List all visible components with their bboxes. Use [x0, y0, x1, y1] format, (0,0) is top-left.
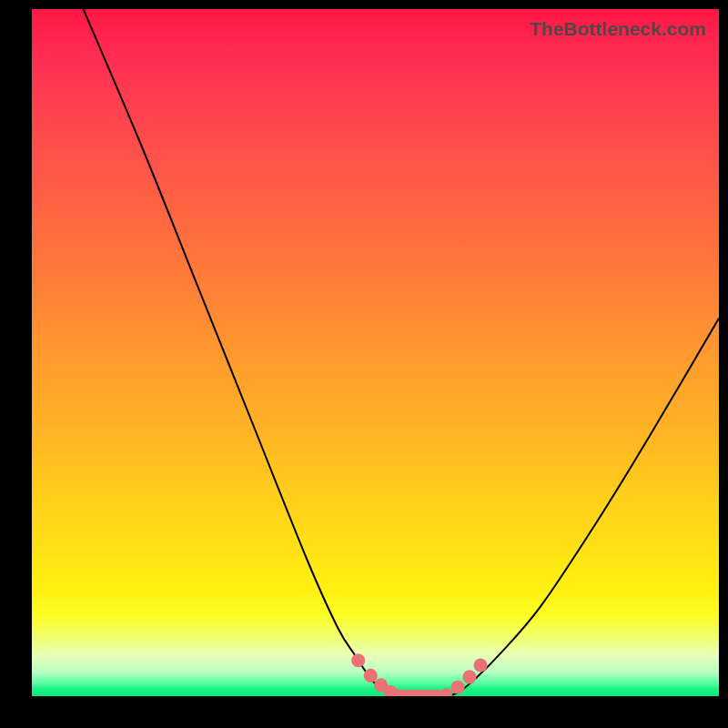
bead-point: [462, 670, 476, 683]
bead-point: [473, 658, 487, 672]
bead-point: [440, 688, 452, 696]
bead-point: [451, 681, 465, 694]
bead-point: [364, 669, 378, 682]
chart-svg: [32, 9, 719, 696]
curve-left: [84, 9, 397, 696]
curve-right: [444, 318, 719, 696]
chart-frame: TheBottleneck.com: [0, 0, 728, 728]
bead-point: [351, 653, 365, 667]
bead-group: [351, 653, 487, 696]
plot-area: TheBottleneck.com: [32, 9, 719, 696]
